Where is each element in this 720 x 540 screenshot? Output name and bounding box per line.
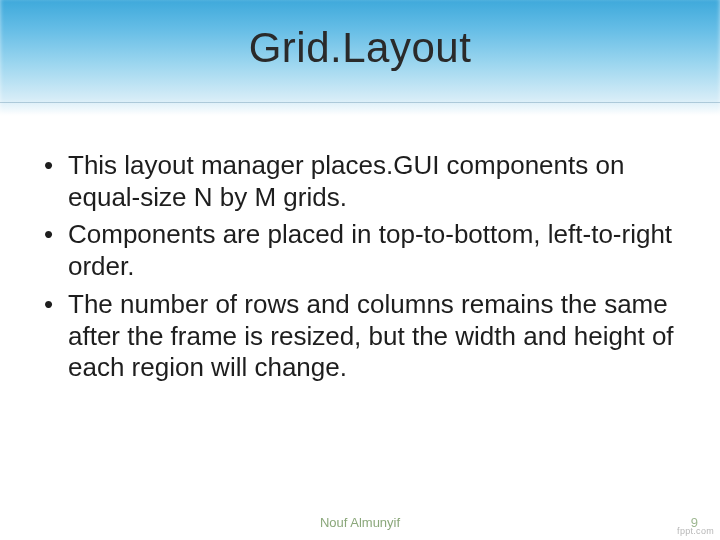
footer-watermark: fppt.com xyxy=(677,526,714,536)
slide-body: This layout manager places.GUI component… xyxy=(40,150,680,390)
bullet-list: This layout manager places.GUI component… xyxy=(40,150,680,384)
slide: Grid.Layout This layout manager places.G… xyxy=(0,0,720,540)
header-underline xyxy=(0,102,720,103)
bullet-item: This layout manager places.GUI component… xyxy=(40,150,680,213)
slide-title: Grid.Layout xyxy=(0,24,720,72)
bullet-item: Components are placed in top-to-bottom, … xyxy=(40,219,680,282)
footer-author: Nouf Almunyif xyxy=(0,515,720,530)
bullet-item: The number of rows and columns remains t… xyxy=(40,289,680,384)
